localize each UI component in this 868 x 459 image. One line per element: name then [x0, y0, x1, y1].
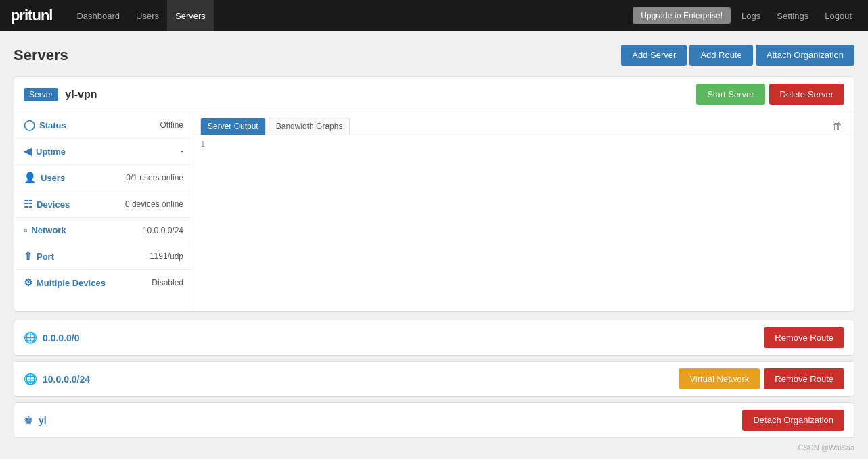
nav-logs[interactable]: Logs — [736, 11, 766, 21]
line-number: 1 — [200, 139, 214, 307]
clear-icon[interactable]: 🗑 — [832, 120, 847, 132]
nav-dashboard[interactable]: Dashboard — [68, 0, 128, 31]
server-actions: Start Server Delete Server — [696, 84, 844, 105]
output-content: 1 — [193, 135, 854, 311]
nav-users[interactable]: Users — [128, 0, 167, 31]
add-server-button[interactable]: Add Server — [621, 45, 687, 66]
users-icon: 👤 — [24, 172, 37, 184]
uptime-label: ◀ Uptime — [24, 145, 181, 158]
status-value: Offline — [160, 120, 183, 130]
server-info: ◯ Status Offline ◀ Uptime - 👤 Users — [14, 112, 193, 311]
brand-nl: nl — [41, 7, 53, 24]
brand-p: pritu — [11, 7, 41, 24]
nav-settings[interactable]: Settings — [771, 11, 814, 21]
start-server-button[interactable]: Start Server — [696, 84, 764, 105]
server-output: Server Output Bandwidth Graphs 🗑 1 — [193, 112, 854, 311]
uptime-row: ◀ Uptime - — [14, 139, 193, 165]
uptime-value: - — [181, 147, 183, 156]
nav-logout[interactable]: Logout — [819, 11, 857, 21]
multiple-devices-label: ⚙ Multiple Devices — [24, 276, 152, 289]
devices-label: ☷ Devices — [24, 198, 125, 210]
server-card: Server yl-vpn Start Server Delete Server… — [14, 76, 854, 312]
users-label: 👤 Users — [24, 172, 126, 184]
route-address-1: 0.0.0.0/0 — [43, 333, 764, 343]
page-header: Servers Add Server Add Route Attach Orga… — [14, 45, 854, 66]
port-value: 1191/udp — [150, 251, 183, 261]
navbar-right: Upgrade to Enterprise! Logs Settings Log… — [633, 7, 857, 24]
org-icon: ♚ — [24, 414, 33, 427]
route-actions-1: Remove Route — [764, 327, 844, 348]
org-name: yl — [39, 415, 742, 426]
brand-logo: pritunl — [11, 7, 52, 24]
org-row: ♚ yl Detach Organization — [14, 402, 854, 438]
port-row: ⇧ Port 1191/udp — [14, 243, 193, 270]
network-label: ▫ Network — [24, 224, 143, 236]
tab-server-output[interactable]: Server Output — [200, 118, 266, 135]
status-row: ◯ Status Offline — [14, 112, 193, 139]
route-row-1: 🌐 0.0.0.0/0 Remove Route — [14, 320, 854, 356]
header-buttons: Add Server Add Route Attach Organization — [621, 45, 854, 66]
route-actions-2: Virtual Network Remove Route — [679, 368, 844, 389]
port-label: ⇧ Port — [24, 250, 150, 262]
network-icon: ▫ — [24, 224, 27, 236]
network-row: ▫ Network 10.0.0.0/24 — [14, 218, 193, 243]
detach-org-button[interactable]: Detach Organization — [742, 410, 844, 431]
remove-route-button-1[interactable]: Remove Route — [764, 327, 844, 348]
tab-bandwidth[interactable]: Bandwidth Graphs — [269, 118, 350, 135]
server-header: Server yl-vpn Start Server Delete Server — [14, 77, 854, 112]
route-globe-icon-2: 🌐 — [24, 372, 37, 385]
page-content: Servers Add Server Add Route Attach Orga… — [0, 31, 868, 459]
devices-row: ☷ Devices 0 devices online — [14, 191, 193, 218]
page-title: Servers — [14, 47, 68, 64]
devices-icon: ☷ — [24, 198, 32, 210]
add-route-button[interactable]: Add Route — [689, 45, 752, 66]
multiple-devices-row: ⚙ Multiple Devices Disabled — [14, 270, 193, 295]
port-icon: ⇧ — [24, 250, 32, 262]
server-body: ◯ Status Offline ◀ Uptime - 👤 Users — [14, 112, 854, 311]
users-row: 👤 Users 0/1 users online — [14, 165, 193, 191]
footer-text: CSDN @WaiSaa — [14, 443, 854, 452]
users-value: 0/1 users online — [126, 173, 183, 183]
attach-org-button[interactable]: Attach Organization — [756, 45, 854, 66]
route-row-2: 🌐 10.0.0.0/24 Virtual Network Remove Rou… — [14, 361, 854, 397]
route-address-2: 10.0.0.0/24 — [43, 374, 679, 385]
upgrade-button[interactable]: Upgrade to Enterprise! — [633, 7, 731, 24]
status-icon: ◯ — [24, 119, 35, 131]
uptime-icon: ◀ — [24, 145, 32, 158]
navbar: pritunl Dashboard Users Servers Upgrade … — [0, 0, 868, 31]
nav-servers[interactable]: Servers — [167, 0, 214, 31]
route-globe-icon-1: 🌐 — [24, 331, 37, 344]
multiple-devices-icon: ⚙ — [24, 276, 32, 289]
remove-route-button-2[interactable]: Remove Route — [764, 368, 844, 389]
virtual-network-button[interactable]: Virtual Network — [679, 368, 760, 389]
server-badge: Server — [24, 88, 58, 101]
delete-server-button[interactable]: Delete Server — [769, 84, 844, 105]
output-tabs: Server Output Bandwidth Graphs 🗑 — [193, 112, 854, 135]
network-value: 10.0.0.0/24 — [143, 226, 183, 235]
devices-value: 0 devices online — [125, 199, 183, 209]
multiple-devices-value: Disabled — [152, 278, 183, 287]
server-name: yl-vpn — [65, 89, 696, 101]
status-label: ◯ Status — [24, 119, 160, 131]
